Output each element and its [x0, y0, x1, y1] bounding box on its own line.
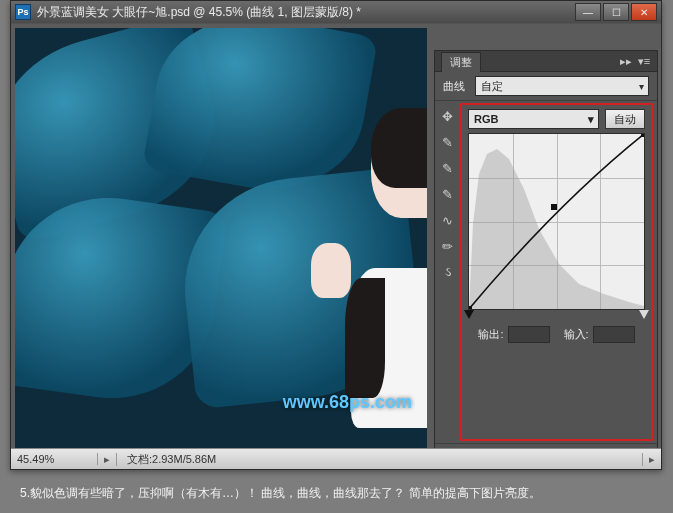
- eyedropper-white-icon[interactable]: ✎: [439, 185, 457, 203]
- curves-tool-strip: ✥ ✎ ✎ ✎ ∿ ✏ ઽ: [435, 101, 460, 443]
- eyedropper-gray-icon[interactable]: ✎: [439, 159, 457, 177]
- output-label: 输出:: [478, 327, 503, 342]
- svg-rect-3: [641, 134, 644, 137]
- maximize-button[interactable]: ☐: [603, 3, 629, 21]
- app-icon: Ps: [15, 4, 31, 20]
- io-values: 输出: 输入:: [468, 322, 645, 347]
- figure-shape: [341, 128, 427, 428]
- preset-label: 曲线: [443, 79, 475, 94]
- window-title: 外景蓝调美女 大眼仔~旭.psd @ 45.5% (曲线 1, 图层蒙版/8) …: [37, 4, 575, 21]
- target-adjust-icon[interactable]: ✥: [439, 107, 457, 125]
- close-button[interactable]: ✕: [631, 3, 657, 21]
- doc-size-label: 文档:: [127, 453, 152, 465]
- white-point-handle[interactable]: [639, 310, 649, 319]
- adjustments-panel: 调整 ▸▸ ▾≡ 曲线 自定 ✥ ✎ ✎ ✎ ∿ ✏ ઽ: [434, 50, 658, 469]
- status-menu-icon[interactable]: ▸: [642, 453, 661, 466]
- doc-size-value: 2.93M/5.86M: [152, 453, 216, 465]
- zoom-field[interactable]: 45.49%: [11, 453, 98, 465]
- canvas-area: www.68ps.com 调整 ▸▸ ▾≡ 曲线 自定 ✥ ✎ ✎ ✎: [11, 24, 661, 449]
- curve-smooth-icon[interactable]: ∿: [439, 211, 457, 229]
- panel-collapse-icon[interactable]: ▸▸: [619, 55, 633, 67]
- output-value[interactable]: [508, 326, 550, 343]
- app-window: Ps 外景蓝调美女 大眼仔~旭.psd @ 45.5% (曲线 1, 图层蒙版/…: [10, 0, 662, 470]
- curve-smoothline-icon[interactable]: ઽ: [439, 263, 457, 281]
- tutorial-caption: 5.貌似色调有些暗了，压抑啊（有木有…）！ 曲线，曲线，曲线那去了？ 简单的提高…: [10, 479, 663, 507]
- tab-adjustments[interactable]: 调整: [441, 52, 481, 72]
- watermark-text: www.68ps.com: [283, 392, 412, 413]
- minimize-button[interactable]: —: [575, 3, 601, 21]
- curves-editor-highlight: RGB 自动: [460, 103, 653, 441]
- eyedropper-black-icon[interactable]: ✎: [439, 133, 457, 151]
- preset-select[interactable]: 自定: [475, 76, 649, 96]
- black-point-handle[interactable]: [464, 310, 474, 319]
- panel-menu-icon[interactable]: ▾≡: [637, 55, 651, 67]
- document-canvas[interactable]: www.68ps.com: [15, 28, 427, 448]
- input-range-slider[interactable]: [469, 310, 644, 322]
- preset-row: 曲线 自定: [435, 72, 657, 101]
- curve-line: [469, 134, 644, 309]
- panel-tabs: 调整 ▸▸ ▾≡: [435, 51, 657, 72]
- status-bar: 45.49% ▸ 文档:2.93M/5.86M ▸: [11, 448, 661, 469]
- curve-pencil-icon[interactable]: ✏: [439, 237, 457, 255]
- title-bar: Ps 外景蓝调美女 大眼仔~旭.psd @ 45.5% (曲线 1, 图层蒙版/…: [11, 1, 661, 23]
- curves-graph[interactable]: [468, 133, 645, 310]
- svg-rect-1: [469, 306, 472, 309]
- svg-rect-2: [551, 204, 557, 210]
- input-value[interactable]: [593, 326, 635, 343]
- auto-button[interactable]: 自动: [605, 109, 645, 129]
- zoom-menu-icon[interactable]: ▸: [98, 453, 117, 466]
- input-label: 输入:: [564, 327, 589, 342]
- channel-select[interactable]: RGB: [468, 109, 599, 129]
